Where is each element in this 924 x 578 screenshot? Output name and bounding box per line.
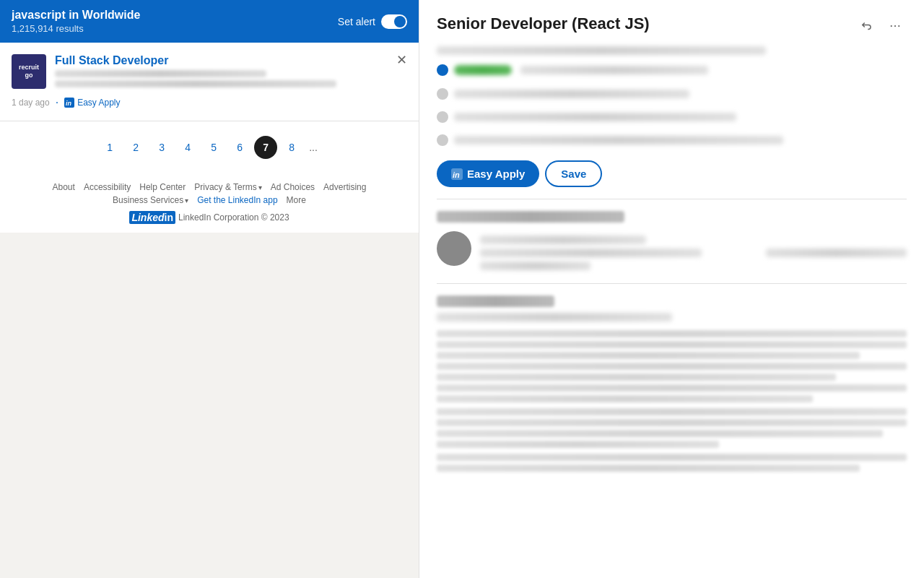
info-row-applicants bbox=[437, 131, 907, 149]
search-header: javascript in Worldwide 1,215,914 result… bbox=[0, 0, 419, 43]
footer-ad-choices[interactable]: Ad Choices bbox=[271, 182, 315, 192]
easy-apply-button[interactable]: in Easy Apply bbox=[437, 160, 539, 187]
right-panel: Senior Developer (React JS) bbox=[419, 0, 924, 578]
about-subtitle bbox=[437, 313, 672, 322]
body-line-6 bbox=[437, 384, 907, 392]
info-row-location bbox=[437, 85, 907, 103]
body-line-2 bbox=[437, 341, 907, 348]
search-results-count: 1,215,914 results bbox=[12, 23, 140, 34]
main-layout: javascript in Worldwide 1,215,914 result… bbox=[0, 0, 924, 578]
job-card-title[interactable]: Full Stack Developer bbox=[55, 54, 407, 67]
body-line-10 bbox=[437, 430, 883, 437]
hiring-section-header bbox=[437, 211, 624, 223]
linkedin-icon: in bbox=[64, 98, 74, 108]
right-panel-header: Senior Developer (React JS) bbox=[437, 14, 907, 38]
chevron-down-icon-2: ▾ bbox=[185, 197, 188, 204]
footer: About Accessibility Help Center Privacy … bbox=[0, 173, 419, 233]
share-button[interactable] bbox=[855, 14, 878, 38]
easy-apply-button-label: Easy Apply bbox=[467, 168, 525, 180]
chevron-down-icon: ▾ bbox=[258, 184, 262, 191]
job-card[interactable]: recruitgo Full Stack Developer 1 day ago… bbox=[0, 43, 419, 121]
divider-2 bbox=[437, 283, 907, 284]
body-line-4 bbox=[437, 363, 907, 370]
page-3-button[interactable]: 3 bbox=[150, 136, 173, 159]
page-1-button[interactable]: 1 bbox=[98, 136, 121, 159]
footer-privacy-terms[interactable]: Privacy & Terms ▾ bbox=[194, 182, 261, 192]
svg-text:in: in bbox=[66, 100, 72, 107]
right-panel-actions bbox=[855, 14, 907, 38]
set-alert-toggle[interactable] bbox=[381, 14, 407, 29]
salary-value bbox=[454, 65, 512, 75]
hiring-section bbox=[437, 231, 907, 275]
footer-advertising[interactable]: Advertising bbox=[323, 182, 366, 192]
hiring-poster-avatar[interactable] bbox=[437, 231, 471, 266]
footer-get-app[interactable]: Get the LinkedIn app bbox=[197, 195, 277, 205]
location-blurred bbox=[454, 90, 689, 98]
footer-help-center[interactable]: Help Center bbox=[139, 182, 186, 192]
page-6-button[interactable]: 6 bbox=[228, 136, 251, 159]
save-button[interactable]: Save bbox=[545, 160, 602, 187]
save-button-label: Save bbox=[561, 168, 586, 180]
footer-business-services[interactable]: Business Services ▾ bbox=[113, 195, 188, 205]
linkedin-badge-icon: in bbox=[451, 168, 463, 180]
salary-blurred bbox=[520, 66, 708, 74]
more-icon bbox=[889, 20, 902, 33]
job-type-icon bbox=[437, 111, 448, 123]
body-line-5 bbox=[437, 374, 836, 381]
page-8-button[interactable]: 8 bbox=[280, 136, 303, 159]
hiring-badge bbox=[766, 249, 907, 257]
footer-links: About Accessibility Help Center Privacy … bbox=[12, 182, 407, 205]
set-alert-label: Set alert bbox=[338, 16, 375, 27]
info-row-type bbox=[437, 108, 907, 126]
left-panel: javascript in Worldwide 1,215,914 result… bbox=[0, 0, 419, 578]
footer-logo: Linkedin LinkedIn Corporation © 2023 bbox=[12, 211, 407, 224]
pagination: 1 2 3 4 5 6 7 8 ... bbox=[0, 121, 419, 173]
job-card-time: 1 day ago bbox=[12, 98, 50, 108]
job-card-header: recruitgo Full Stack Developer bbox=[12, 54, 407, 90]
divider-1 bbox=[437, 199, 907, 199]
job-card-footer: 1 day ago · in Easy Apply bbox=[12, 96, 407, 109]
easy-apply-dot: · bbox=[56, 96, 58, 109]
job-type-blurred bbox=[454, 113, 736, 121]
easy-apply-label: Easy Apply bbox=[77, 98, 120, 108]
company-logo-text: recruitgo bbox=[19, 64, 39, 79]
footer-about[interactable]: About bbox=[53, 182, 75, 192]
page-7-button[interactable]: 7 bbox=[254, 136, 277, 159]
page-ellipsis: ... bbox=[306, 142, 321, 153]
company-logo: recruitgo bbox=[12, 54, 46, 89]
svg-point-3 bbox=[894, 25, 896, 27]
applicants-icon bbox=[437, 134, 448, 146]
more-options-button[interactable] bbox=[884, 14, 907, 38]
body-line-1 bbox=[437, 330, 907, 337]
body-line-11 bbox=[437, 441, 719, 448]
hiring-name bbox=[480, 236, 646, 244]
close-job-card-button[interactable]: ✕ bbox=[393, 51, 410, 69]
info-row-salary bbox=[437, 61, 907, 79]
linkedin-logo: Linkedin bbox=[129, 211, 175, 224]
page-2-button[interactable]: 2 bbox=[124, 136, 147, 159]
hiring-title bbox=[480, 249, 702, 257]
set-alert-area: Set alert bbox=[338, 14, 407, 29]
about-body bbox=[437, 330, 907, 472]
page-5-button[interactable]: 5 bbox=[202, 136, 225, 159]
svg-point-4 bbox=[898, 25, 899, 27]
job-detail-company bbox=[437, 46, 766, 55]
job-card-location bbox=[55, 80, 336, 87]
search-title: javascript in Worldwide bbox=[12, 9, 140, 22]
salary-icon bbox=[437, 64, 448, 76]
footer-business-services-label: Business Services bbox=[113, 195, 183, 205]
hiring-info bbox=[480, 231, 757, 275]
svg-point-2 bbox=[891, 25, 892, 27]
footer-copyright: LinkedIn Corporation © 2023 bbox=[178, 212, 289, 223]
footer-more[interactable]: More bbox=[287, 195, 306, 205]
body-line-9 bbox=[437, 419, 907, 426]
footer-accessibility[interactable]: Accessibility bbox=[84, 182, 131, 192]
job-card-company bbox=[55, 70, 266, 77]
cta-row: in Easy Apply Save bbox=[437, 160, 907, 187]
body-line-3 bbox=[437, 352, 860, 359]
footer-privacy-terms-label: Privacy & Terms bbox=[194, 182, 256, 192]
applicants-blurred bbox=[454, 136, 783, 144]
search-header-left: javascript in Worldwide 1,215,914 result… bbox=[12, 9, 140, 34]
page-4-button[interactable]: 4 bbox=[176, 136, 199, 159]
share-icon bbox=[860, 20, 873, 33]
